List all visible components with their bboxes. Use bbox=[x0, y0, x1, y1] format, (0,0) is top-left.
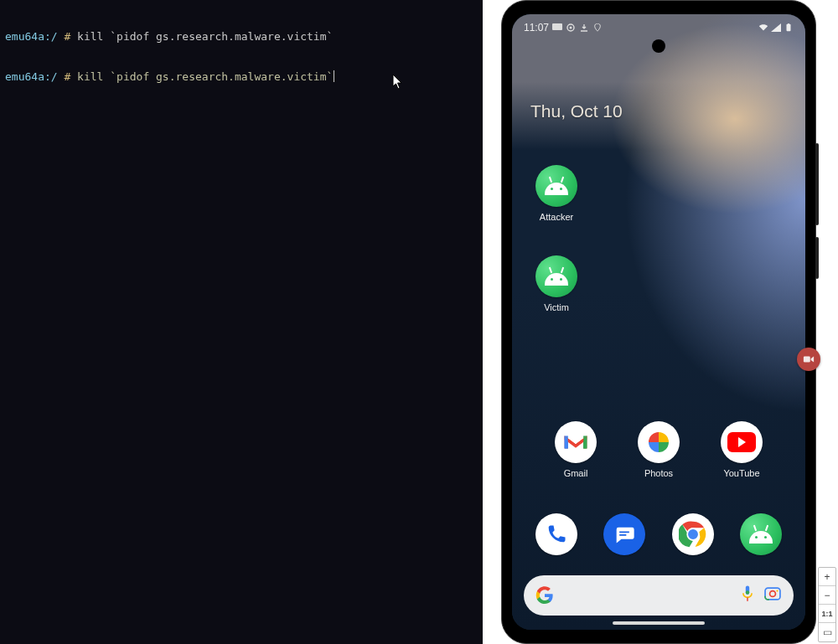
front-camera bbox=[652, 39, 665, 53]
zoom-out-button[interactable]: − bbox=[819, 586, 835, 605]
clock: 11:07 bbox=[524, 22, 549, 33]
zoom-fit-button[interactable]: ▭ bbox=[819, 623, 835, 641]
lens-icon[interactable] bbox=[763, 585, 782, 606]
emulator-zoom-toolbar: + − 1:1 ▭ bbox=[818, 567, 836, 642]
app-label: Gmail bbox=[564, 468, 588, 478]
text-cursor bbox=[334, 70, 334, 82]
location-icon bbox=[592, 23, 603, 32]
volume-button[interactable] bbox=[815, 143, 819, 225]
status-bar: 11:07 bbox=[512, 14, 805, 41]
app-label: Attacker bbox=[540, 212, 573, 222]
app-label: YouTube bbox=[723, 468, 759, 478]
photos-icon bbox=[638, 421, 680, 463]
gmail-icon bbox=[555, 421, 597, 463]
android-icon bbox=[740, 513, 782, 555]
phone-icon bbox=[535, 513, 577, 555]
svg-point-16 bbox=[770, 591, 776, 597]
dock-row bbox=[512, 513, 805, 555]
terminal-line: emu64a:/ # kill `pidof gs.research.malwa… bbox=[5, 30, 478, 44]
svg-rect-8 bbox=[619, 534, 626, 536]
phone-screen[interactable]: 11:07 Thu, Oct 10 bbox=[512, 14, 805, 630]
app-messages[interactable] bbox=[595, 513, 654, 555]
app-label: Photos bbox=[644, 468, 673, 478]
prompt: emu64a:/ bbox=[5, 70, 58, 83]
svg-rect-15 bbox=[765, 588, 780, 600]
signal-icon bbox=[771, 23, 781, 32]
app-photos[interactable]: Photos bbox=[629, 421, 688, 478]
settings-icon bbox=[566, 23, 576, 32]
hash: # bbox=[64, 30, 70, 43]
terminal-pane[interactable]: emu64a:/ # kill `pidof gs.research.malwa… bbox=[0, 0, 483, 644]
date-widget[interactable]: Thu, Oct 10 bbox=[530, 101, 623, 121]
svg-rect-3 bbox=[787, 24, 791, 31]
zoom-in-button[interactable]: + bbox=[819, 568, 835, 586]
terminal-line: emu64a:/ # kill `pidof gs.research.malwa… bbox=[5, 70, 478, 84]
svg-rect-14 bbox=[747, 597, 747, 600]
app-attacker[interactable]: Attacker bbox=[527, 165, 586, 222]
app-gmail[interactable]: Gmail bbox=[546, 421, 605, 478]
google-logo-icon bbox=[535, 586, 554, 605]
prompt: emu64a:/ bbox=[5, 30, 58, 43]
messages-icon bbox=[603, 513, 645, 555]
svg-rect-4 bbox=[788, 23, 789, 24]
record-badge-icon[interactable] bbox=[797, 348, 820, 371]
youtube-icon bbox=[721, 421, 763, 463]
svg-point-2 bbox=[570, 27, 572, 29]
nav-handle[interactable] bbox=[613, 621, 705, 625]
chrome-icon bbox=[672, 513, 714, 555]
svg-rect-18 bbox=[804, 357, 810, 363]
app-row: Gmail Photos bbox=[512, 421, 805, 478]
app-android[interactable] bbox=[732, 513, 790, 555]
app-phone[interactable] bbox=[527, 513, 586, 555]
message-icon bbox=[552, 23, 562, 32]
command-text: kill `pidof gs.research.malware.victim` bbox=[77, 70, 333, 83]
mic-icon[interactable] bbox=[740, 585, 755, 606]
android-icon bbox=[535, 255, 577, 297]
google-search-bar[interactable] bbox=[524, 575, 794, 616]
hash: # bbox=[64, 70, 70, 83]
app-victim[interactable]: Victim bbox=[527, 255, 586, 312]
battery-icon bbox=[784, 23, 794, 32]
app-youtube[interactable]: YouTube bbox=[712, 421, 771, 478]
phone-frame: 11:07 Thu, Oct 10 bbox=[501, 0, 816, 644]
svg-point-17 bbox=[776, 590, 778, 591]
svg-rect-0 bbox=[552, 23, 562, 30]
download-icon bbox=[579, 23, 589, 32]
zoom-actual-button[interactable]: 1:1 bbox=[819, 605, 835, 623]
command-text: kill `pidof gs.research.malware.victim` bbox=[77, 30, 333, 43]
power-button[interactable] bbox=[815, 237, 819, 279]
svg-rect-7 bbox=[619, 532, 629, 533]
emulator-pane: 11:07 Thu, Oct 10 bbox=[483, 0, 838, 644]
svg-rect-13 bbox=[746, 590, 749, 594]
app-chrome[interactable] bbox=[664, 513, 722, 555]
android-icon bbox=[535, 165, 577, 207]
wifi-icon bbox=[758, 23, 768, 32]
app-label: Victim bbox=[544, 302, 569, 312]
